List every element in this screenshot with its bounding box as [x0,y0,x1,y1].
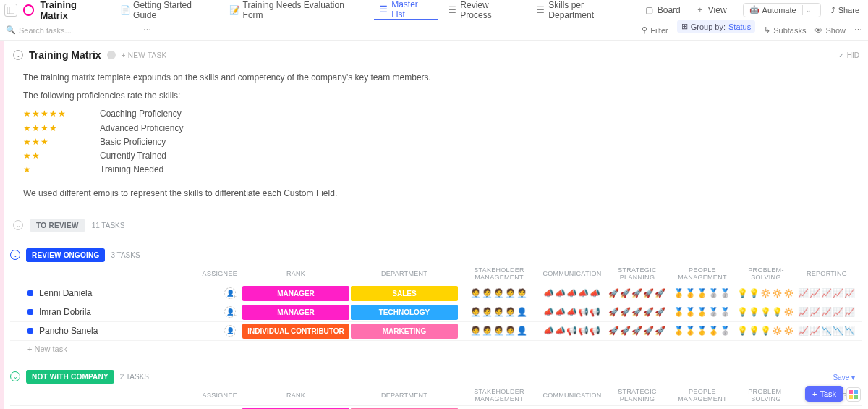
column-header[interactable]: ASSIGNEE [198,392,242,399]
skill-cell[interactable]: 💡💡💡🔅🔅 [735,326,797,336]
skill-cell[interactable]: 🧑‍💼🧑‍💼🧑‍💼🧑‍💼🧑‍💼 [459,288,540,298]
list-icon: ☰ [536,5,546,15]
dept-badge[interactable]: SALES [351,286,458,301]
skill-cell[interactable]: 🥇🥇🥇🥈🥈 [670,307,735,317]
status-square[interactable] [27,290,33,296]
search-icon: 🔍 [6,25,16,35]
dept-badge[interactable]: MARKETING [351,324,458,339]
column-header[interactable]: STRATEGIC PLANNING [605,388,670,402]
status-pill[interactable]: REVIEW ONGOING [26,248,105,262]
add-assignee-icon[interactable]: 👤 [224,287,236,299]
nav-skills-dept[interactable]: ☰ Skills per Department [532,0,634,20]
skill-cell[interactable]: 💡💡🔅🔅🔅 [735,288,797,298]
skill-cell[interactable]: 🧑‍💼🧑‍💼🧑‍💼🧑‍💼👤 [459,326,540,336]
skill-cell[interactable]: 🚀🚀🚀🚀🚀 [605,288,670,298]
task-name-cell[interactable]: Lenni Daniela [10,288,198,298]
new-task-label: + New task [10,345,856,353]
collapse-toggle[interactable]: ⌄ [10,371,20,381]
to-review-chip[interactable]: TO REVIEW [30,219,85,232]
new-task-row[interactable]: + New task [10,341,862,357]
column-header[interactable]: STAKEHOLDER MANAGEMENT [459,266,540,281]
task-name-cell[interactable]: Imran Dobrila [10,307,198,317]
more-icon[interactable]: ⋯ [854,25,862,35]
collapse-toggle[interactable]: ⌄ [13,220,23,230]
doc-title[interactable]: Training Matrix [40,0,110,21]
subtasks-button[interactable]: ↳ Subtasks [764,25,806,35]
nav-review-process[interactable]: ☰ Review Process [443,0,526,20]
new-task-link[interactable]: + NEW TASK [122,51,167,59]
hide-button[interactable]: ✓ HID [838,51,859,59]
groupby-button[interactable]: ⊞ Group by: Status [677,20,756,33]
nav-master-list[interactable]: ☰ Master List [374,0,437,20]
column-header[interactable]: COMMUNICATION [540,270,605,277]
desc-emoji: We used different emojis to represent th… [23,187,859,201]
fab-label: Task [820,389,836,398]
automate-button[interactable]: 🤖 Automate ⌄ [743,3,821,17]
skill-cell[interactable]: 💡💡💡💡🔅 [735,307,797,317]
nav-label: Getting Started Guide [133,0,215,20]
nav-training-needs[interactable]: 📝 Training Needs Evaluation Form [226,0,369,20]
column-header[interactable]: STAKEHOLDER MANAGEMENT [459,388,540,402]
column-header[interactable]: PEOPLE MANAGEMENT [670,266,735,281]
status-square[interactable] [27,309,33,315]
skill-cell[interactable]: 📈📈📉📉📉 [797,326,856,336]
task-row[interactable]: Lenni Daniela👤MANAGERSALES🧑‍💼🧑‍💼🧑‍💼🧑‍💼🧑‍… [10,284,862,303]
skill-cell[interactable]: 🧑‍💼🧑‍💼🧑‍💼🧑‍💼👤 [459,307,540,317]
task-row[interactable]: Carme Dani👤MANAGERMARKETING🧑‍💼🧑‍💼🧑‍💼🧑‍💼🧑… [10,406,862,410]
column-header[interactable]: PROBLEM-SOLVING [735,388,797,402]
share-icon: ⤴ [831,6,835,14]
skill-cell[interactable]: 📈📈📈📈📈 [797,307,856,317]
status-square[interactable] [27,328,33,334]
assignee-cell[interactable]: 👤 [198,287,242,299]
rank-badge[interactable]: INDIVIDUAL CONTRIBUTOR [242,324,349,339]
collapse-toggle[interactable]: ⌄ [10,250,20,260]
column-header[interactable]: REPORTING [797,270,856,277]
column-header[interactable]: PROBLEM-SOLVING [735,266,797,281]
legend-label: Coaching Proficiency [100,107,182,121]
save-hint[interactable]: Save ▾ [833,374,855,381]
skill-cell[interactable]: 📣📣📢📢📢 [540,326,605,336]
nav-getting-started[interactable]: 📄 Getting Started Guide [116,0,219,20]
skill-cell[interactable]: 🚀🚀🚀🚀🚀 [605,307,670,317]
toolbar: 🔍 ⋯ ⚲ Filter ⊞ Group by: Status ↳ Subtas… [0,20,868,41]
task-name-cell[interactable]: Pancho Sanela [10,326,198,336]
sidebar-toggle[interactable] [4,4,17,17]
rank-badge[interactable]: MANAGER [242,286,349,301]
column-header[interactable]: COMMUNICATION [540,392,605,399]
doc-icon: 📄 [120,5,130,15]
skill-cell[interactable]: 📣📣📣📢📢 [540,307,605,317]
assignee-cell[interactable]: 👤 [198,306,242,318]
rank-badge[interactable]: MANAGER [242,305,349,320]
column-header[interactable]: STRATEGIC PLANNING [605,266,670,281]
task-row[interactable]: Imran Dobrila👤MANAGERTECHNOLOGY🧑‍💼🧑‍💼🧑‍💼… [10,303,862,322]
share-button[interactable]: ⤴ Share [827,6,864,14]
column-header[interactable]: RANK [242,392,350,399]
legend-row: ★Training Needed [23,163,859,177]
chevron-down-icon[interactable]: ⌄ [802,5,814,15]
column-header[interactable]: ASSIGNEE [198,270,242,277]
new-task-fab[interactable]: + Task [805,386,843,402]
column-header[interactable]: DEPARTMENT [350,270,459,277]
column-header[interactable]: DEPARTMENT [350,392,459,399]
search-input[interactable] [19,26,113,35]
apps-fab[interactable] [846,387,861,402]
skill-cell[interactable]: 🚀🚀🚀🚀🚀 [605,326,670,336]
skill-cell[interactable]: 🥇🥇🥇🥇🥈 [670,326,735,336]
skill-cell[interactable]: 📈📈📈📈📈 [797,288,856,298]
collapse-toggle[interactable]: ⌄ [13,50,23,60]
skill-cell[interactable]: 📣📣📣📣📣 [540,288,605,298]
more-icon[interactable]: ⋯ [143,25,151,35]
add-assignee-icon[interactable]: 👤 [224,325,236,337]
assignee-cell[interactable]: 👤 [198,325,242,337]
dept-badge[interactable]: TECHNOLOGY [351,305,458,320]
column-header[interactable]: RANK [242,270,350,277]
add-assignee-icon[interactable]: 👤 [224,306,236,318]
column-header[interactable]: PEOPLE MANAGEMENT [670,388,735,402]
task-row[interactable]: Pancho Sanela👤INDIVIDUAL CONTRIBUTORMARK… [10,322,862,341]
info-icon[interactable]: i [107,51,116,59]
search[interactable]: 🔍 [6,25,136,35]
skill-cell[interactable]: 🥇🥇🥇🥈🥈 [670,288,735,298]
filter-button[interactable]: ⚲ Filter [642,25,668,35]
show-button[interactable]: 👁 Show [814,26,846,35]
status-pill[interactable]: NOT WITH COMPANY [26,370,114,384]
